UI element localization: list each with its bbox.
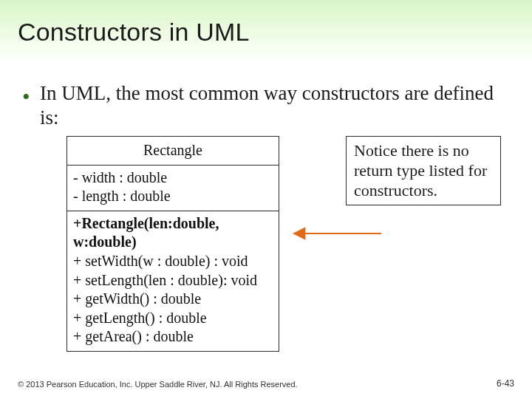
uml-attribute: - width : double [73,168,273,188]
bullet-dot: • [22,86,30,108]
uml-operations: +Rectangle(len:double, w:double) + setWi… [67,211,279,351]
callout-arrow [285,226,389,241]
slide: Constructors in UML • In UML, the most c… [0,0,532,399]
bullet-item: • In UML, the most common way constructo… [24,81,511,130]
slide-title: Constructors in UML [18,18,250,47]
uml-operation: + setLength(len : double): void [73,271,273,290]
bullet-text: In UML, the most common way constructors… [40,81,511,130]
uml-operation: + getLength() : double [73,309,273,328]
uml-attributes: - width : double - length : double [67,165,279,211]
uml-operation: + setWidth(w : double) : void [73,252,273,271]
uml-operation: + getWidth() : double [73,290,273,309]
footer-copyright: © 2013 Pearson Education, Inc. Upper Sad… [18,380,298,389]
uml-operation: + getArea() : double [73,327,273,347]
callout-box: Notice there is no return type listed fo… [346,136,501,205]
uml-attribute: - length : double [73,187,273,206]
slide-number: 6-43 [497,378,514,389]
uml-class-name: Rectangle [67,137,279,165]
uml-class-box: Rectangle - width : double - length : do… [66,136,279,352]
uml-constructor: +Rectangle(len:double, w:double) [73,214,273,252]
